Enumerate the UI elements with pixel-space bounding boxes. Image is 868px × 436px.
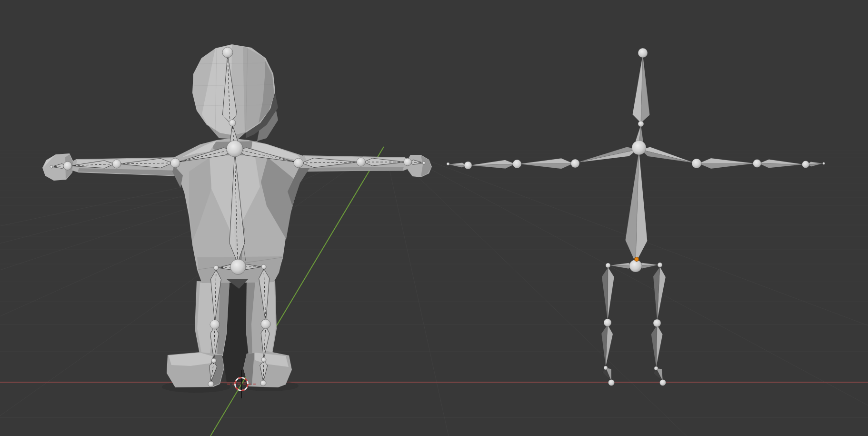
bone-joint[interactable] [660,380,666,386]
bone-joint[interactable] [692,159,701,168]
bone-joint[interactable] [604,366,608,370]
bone-joint[interactable] [654,366,658,370]
bone-joint[interactable] [753,160,761,168]
bone-joint[interactable] [261,264,266,269]
bone-joint[interactable] [604,319,611,326]
bone-joint[interactable] [261,357,266,362]
bone-joint[interactable] [422,162,425,164]
bone-joint[interactable] [227,141,243,157]
bone-joint[interactable] [658,263,662,267]
bone-joint[interactable] [211,358,216,363]
bone-joint[interactable] [170,158,180,168]
bone-joint[interactable] [294,158,303,168]
bone-joint[interactable] [229,120,236,126]
bone-joint[interactable] [50,165,53,168]
bone-joint[interactable] [609,380,615,386]
bone-joint[interactable] [222,47,233,58]
bone-joint[interactable] [802,161,809,168]
bone-joint[interactable] [823,162,825,165]
bone-joint[interactable] [404,158,411,166]
bone-joint[interactable] [606,263,610,268]
bone-joint[interactable] [208,381,214,387]
bone-joint[interactable] [112,160,121,168]
bone-joint[interactable] [653,319,661,327]
bone-joint[interactable] [632,141,646,155]
bone-joint[interactable] [638,48,648,58]
bone-joint[interactable] [464,162,472,169]
bone-joint[interactable] [629,260,642,272]
bone-joint[interactable] [210,320,219,329]
bone-joint[interactable] [261,319,270,329]
bone-joint[interactable] [260,380,266,386]
bone-joint[interactable] [230,259,246,274]
bone-joint[interactable] [638,121,644,127]
bone-joint[interactable] [214,265,219,270]
bone-joint[interactable] [63,162,72,170]
bone-joint[interactable] [357,158,365,166]
blender-viewport[interactable] [0,0,868,436]
bone-joint[interactable] [447,162,449,165]
bone-joint[interactable] [571,159,579,168]
viewport-canvas[interactable] [0,0,868,436]
bone-joint[interactable] [513,160,521,168]
object-origin-dot[interactable] [635,257,639,262]
